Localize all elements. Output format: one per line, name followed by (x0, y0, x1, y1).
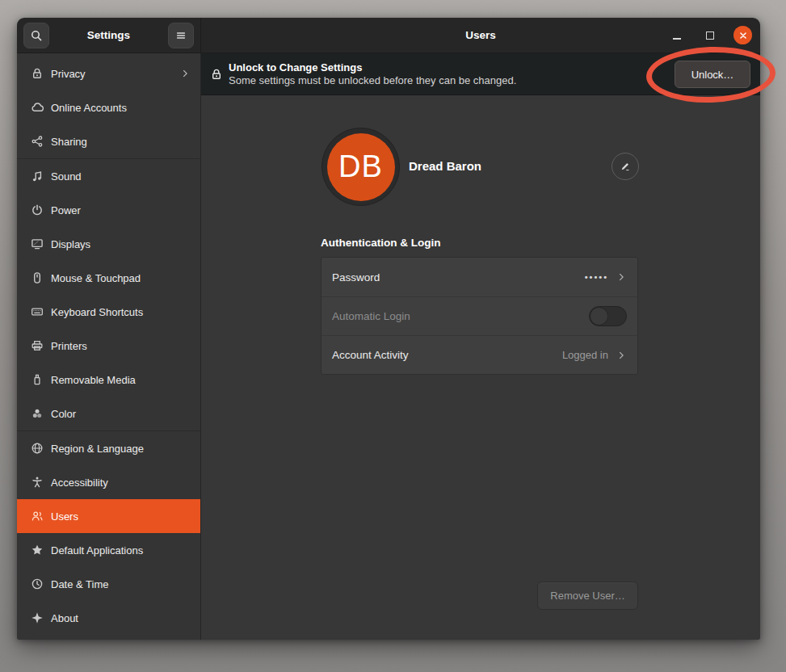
settings-window: Settings Users (17, 18, 760, 640)
unlock-button[interactable]: Unlock… (675, 61, 750, 88)
page-title: Users (465, 29, 496, 41)
search-icon (30, 29, 43, 42)
sidebar-item-privacy[interactable]: Privacy (17, 57, 200, 90)
lock-icon (210, 68, 223, 81)
chevron-right-icon (179, 68, 191, 79)
remove-user-button[interactable]: Remove User… (537, 582, 638, 610)
toggle-knob (590, 307, 608, 326)
star-icon (31, 544, 44, 556)
chevron-right-icon (616, 271, 627, 283)
cloud-icon (31, 101, 44, 114)
users-panel: Unlock to Change Settings Some settings … (201, 53, 760, 640)
sidebar-item-label: Online Accounts (51, 102, 191, 114)
auth-section-title: Authentication & Login (321, 237, 440, 249)
sidebar-item-label: Power (51, 204, 191, 216)
menu-button[interactable] (168, 23, 194, 48)
sidebar-item-label: About (51, 612, 191, 624)
sidebar-item-about[interactable]: About (17, 601, 200, 635)
flash-drive-icon (31, 373, 44, 386)
window-body: Privacy Online Accounts Sharing Sound Po… (17, 53, 760, 640)
sidebar-item-color[interactable]: Color (17, 397, 200, 430)
display-icon (31, 237, 44, 250)
sidebar-item-label: Removable Media (51, 374, 191, 386)
sparkle-icon (31, 611, 44, 624)
sidebar-item-label: Users (51, 510, 191, 523)
sidebar-item-mouse-touchpad[interactable]: Mouse & Touchpad (17, 261, 200, 295)
avatar[interactable]: DB (322, 128, 400, 206)
sidebar: Privacy Online Accounts Sharing Sound Po… (17, 53, 201, 640)
globe-icon (31, 442, 44, 455)
hamburger-icon (175, 30, 187, 41)
titlebar: Settings Users (17, 18, 760, 53)
password-row[interactable]: Password ••••• (322, 258, 637, 296)
users-icon (31, 510, 44, 523)
banner-subtitle: Some settings must be unlocked before th… (229, 74, 516, 87)
user-name: Dread Baron (409, 159, 481, 173)
automatic-login-label: Automatic Login (332, 310, 589, 322)
password-label: Password (332, 271, 585, 284)
unlock-banner: Unlock to Change Settings Some settings … (201, 53, 760, 95)
lock-icon (31, 67, 44, 80)
automatic-login-toggle[interactable] (589, 306, 627, 326)
share-icon (31, 135, 44, 148)
sidebar-item-date-time[interactable]: Date & Time (17, 567, 200, 601)
minimize-icon (673, 38, 681, 40)
sidebar-item-default-applications[interactable]: Default Applications (17, 533, 200, 567)
account-activity-label: Account Activity (332, 349, 562, 361)
sidebar-item-removable-media[interactable]: Removable Media (17, 363, 200, 397)
banner-title: Unlock to Change Settings (229, 61, 516, 74)
accessibility-icon (31, 476, 44, 489)
sidebar-item-label: Displays (51, 238, 191, 250)
automatic-login-row: Automatic Login (322, 296, 637, 335)
close-button[interactable] (733, 26, 752, 44)
sidebar-item-label: Default Applications (51, 544, 191, 556)
sidebar-item-users[interactable]: Users (17, 499, 200, 533)
account-activity-row[interactable]: Account Activity Logged in (322, 335, 637, 374)
banner-text: Unlock to Change Settings Some settings … (229, 61, 516, 87)
sidebar-item-label: Privacy (51, 68, 179, 80)
settings-title: Settings (87, 29, 130, 41)
sidebar-item-printers[interactable]: Printers (17, 329, 200, 363)
sidebar-item-displays[interactable]: Displays (17, 227, 200, 261)
sidebar-header: Settings (17, 18, 201, 53)
mouse-icon (31, 271, 44, 284)
sidebar-item-label: Keyboard Shortcuts (51, 306, 191, 318)
sidebar-item-accessibility[interactable]: Accessibility (17, 465, 200, 499)
keyboard-icon (31, 305, 44, 318)
auth-list: Password ••••• Automatic Login Account A… (321, 257, 638, 375)
maximize-button[interactable] (700, 26, 720, 45)
sidebar-item-sound[interactable]: Sound (17, 159, 200, 193)
main-header: Users (201, 18, 760, 53)
chevron-right-icon (616, 350, 627, 361)
sidebar-item-label: Date & Time (51, 578, 191, 590)
power-icon (31, 204, 44, 216)
sidebar-item-label: Sound (51, 170, 191, 183)
sidebar-item-power[interactable]: Power (17, 193, 200, 227)
minimize-button[interactable] (667, 26, 687, 45)
sidebar-item-region-language[interactable]: Region & Language (17, 431, 200, 465)
sidebar-item-label: Printers (51, 340, 191, 352)
sidebar-item-online-accounts[interactable]: Online Accounts (17, 90, 200, 124)
sidebar-item-label: Accessibility (51, 477, 191, 489)
close-icon (738, 30, 749, 41)
window-controls (667, 18, 752, 52)
clock-icon (31, 578, 44, 590)
sidebar-item-label: Region & Language (51, 443, 191, 455)
color-circles-icon (31, 407, 44, 420)
sidebar-item-label: Mouse & Touchpad (51, 272, 191, 284)
printer-icon (31, 339, 44, 352)
pencil-icon (620, 161, 631, 172)
maximize-icon (706, 32, 714, 40)
sidebar-item-label: Color (51, 408, 191, 420)
avatar-initials: DB (327, 133, 395, 201)
music-note-icon (31, 170, 44, 183)
search-button[interactable] (23, 23, 49, 48)
edit-name-button[interactable] (612, 153, 639, 180)
password-value: ••••• (585, 272, 608, 282)
account-activity-value: Logged in (562, 349, 608, 361)
sidebar-item-keyboard-shortcuts[interactable]: Keyboard Shortcuts (17, 295, 200, 329)
sidebar-item-sharing[interactable]: Sharing (17, 124, 200, 158)
sidebar-item-label: Sharing (51, 136, 191, 148)
